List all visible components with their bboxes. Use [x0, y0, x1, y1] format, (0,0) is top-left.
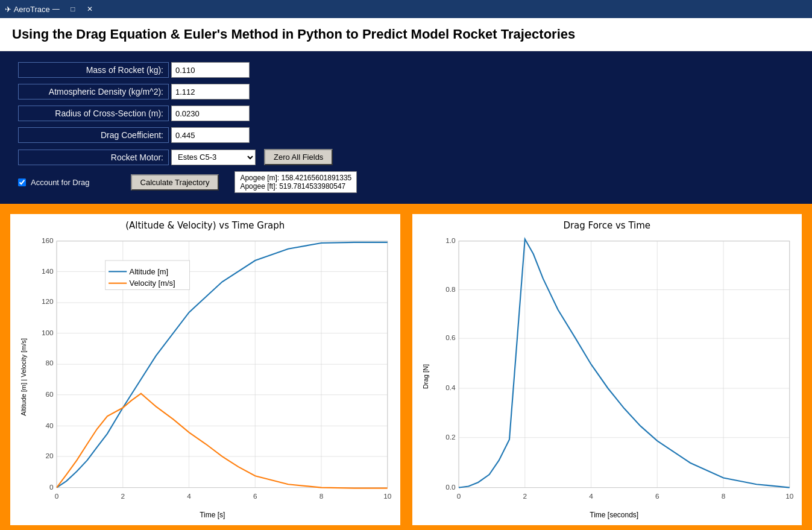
- chart2-title: Drag Force vs Time: [418, 220, 796, 231]
- svg-text:100: 100: [42, 329, 54, 337]
- close-button[interactable]: ✕: [84, 3, 96, 15]
- mass-input[interactable]: [171, 62, 250, 78]
- motor-row: Rocket Motor: Estes C5-3 Estes B4-2 Este…: [18, 149, 794, 165]
- chart1-x-label: Time [s]: [31, 511, 394, 519]
- svg-text:140: 140: [42, 267, 54, 276]
- zero-all-button[interactable]: Zero All Fields: [264, 149, 333, 165]
- titlebar-title: AeroTrace: [14, 5, 50, 14]
- radius-input[interactable]: [171, 106, 250, 121]
- titlebar-icon: ✈: [5, 5, 14, 14]
- drag-coeff-label: Drag Coefficient:: [18, 127, 169, 143]
- svg-text:6: 6: [253, 492, 257, 500]
- chart2-svg: 0.0 0.2 0.4 0.6 0.8 1.0 0 2 4 6 8 10: [433, 235, 796, 507]
- density-label: Atmospheric Density (kg/m^2):: [18, 84, 169, 99]
- control-panel: Mass of Rocket (kg): Atmospheric Density…: [0, 51, 812, 204]
- svg-text:0.8: 0.8: [445, 285, 456, 294]
- drag-coeff-input[interactable]: [171, 127, 250, 143]
- svg-text:0: 0: [49, 483, 54, 491]
- mass-label: Mass of Rocket (kg):: [18, 62, 169, 78]
- page-heading: Using the Drag Equation & Euler's Method…: [0, 18, 812, 51]
- svg-rect-36: [459, 241, 790, 488]
- svg-text:1.0: 1.0: [445, 236, 456, 245]
- svg-text:8: 8: [319, 492, 324, 500]
- titlebar-controls: — □ ✕: [50, 3, 96, 15]
- svg-text:160: 160: [42, 236, 54, 245]
- svg-text:0.6: 0.6: [445, 333, 456, 342]
- chart1-title: (Altitude & Velocity) vs Time Graph: [16, 220, 394, 231]
- apogee-feet: Apogee [ft]: 519.7814533980547: [240, 182, 351, 191]
- svg-text:4: 4: [187, 492, 191, 500]
- svg-text:20: 20: [45, 452, 54, 460]
- mass-row: Mass of Rocket (kg):: [18, 62, 794, 78]
- svg-text:0.0: 0.0: [445, 483, 456, 491]
- minimize-button[interactable]: —: [50, 3, 62, 15]
- svg-text:Altitude [m]: Altitude [m]: [130, 267, 169, 276]
- chart2-x-label: Time [seconds]: [433, 511, 796, 519]
- altitude-velocity-chart: (Altitude & Velocity) vs Time Graph Alti…: [8, 212, 402, 527]
- svg-text:0.2: 0.2: [445, 433, 455, 441]
- maximize-button[interactable]: □: [67, 3, 79, 15]
- account-drag-row: Account for Drag Calculate Trajectory Ap…: [18, 171, 794, 193]
- svg-text:80: 80: [45, 359, 54, 367]
- svg-text:Velocity [m/s]: Velocity [m/s]: [130, 279, 175, 288]
- account-for-drag-checkbox[interactable]: [18, 178, 26, 186]
- apogee-meters: Apogee [m]: 158.42165601891335: [240, 174, 351, 182]
- motor-label: Rocket Motor:: [18, 150, 169, 165]
- density-input[interactable]: [171, 84, 250, 99]
- calculate-trajectory-button[interactable]: Calculate Trajectory: [131, 174, 219, 191]
- svg-text:40: 40: [45, 421, 54, 430]
- drag-force-chart: Drag Force vs Time Drag [N]: [411, 212, 804, 527]
- account-for-drag-label: Account for Drag: [31, 178, 90, 187]
- svg-text:2: 2: [523, 492, 527, 500]
- motor-select[interactable]: Estes C5-3 Estes B4-2 Estes A8-3 Estes D…: [171, 150, 256, 165]
- svg-text:120: 120: [42, 297, 54, 306]
- svg-text:8: 8: [721, 492, 725, 500]
- svg-text:10: 10: [383, 492, 392, 500]
- svg-text:10: 10: [785, 492, 794, 500]
- radius-row: Radius of Cross-Section (m):: [18, 106, 794, 121]
- svg-text:0: 0: [456, 492, 461, 500]
- titlebar: ✈ AeroTrace — □ ✕: [0, 0, 812, 18]
- chart2-y-label: Drag [N]: [422, 364, 429, 389]
- svg-text:0: 0: [55, 492, 59, 500]
- apogee-display: Apogee [m]: 158.42165601891335 Apogee [f…: [234, 171, 357, 193]
- svg-text:60: 60: [45, 390, 54, 399]
- svg-text:0.4: 0.4: [445, 383, 456, 392]
- radius-label: Radius of Cross-Section (m):: [18, 106, 169, 121]
- chart1-svg: 0 20 40 60 80 100 120 140 160 0 2 4 6 8 …: [31, 235, 394, 507]
- drag-coeff-row: Drag Coefficient:: [18, 127, 794, 143]
- svg-text:4: 4: [589, 492, 593, 500]
- charts-area: (Altitude & Velocity) vs Time Graph Alti…: [0, 204, 812, 530]
- svg-text:2: 2: [121, 492, 125, 500]
- density-row: Atmospheric Density (kg/m^2):: [18, 84, 794, 99]
- svg-text:6: 6: [655, 492, 659, 500]
- chart1-y-label: Altitude [m] | Velocity [m/s]: [20, 338, 27, 416]
